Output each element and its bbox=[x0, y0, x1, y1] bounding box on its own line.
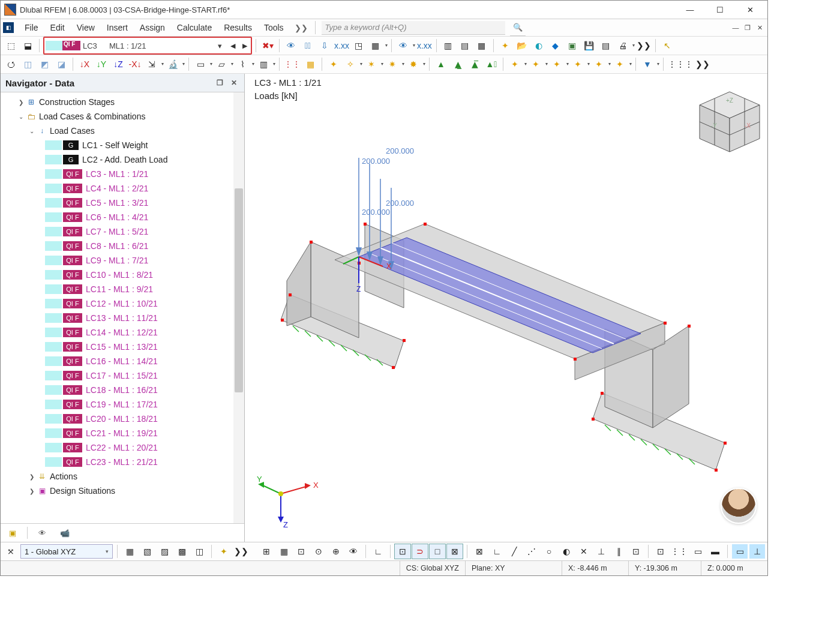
loadcase-row[interactable]: QI FLC16 - ML1 : 14/21 bbox=[1, 354, 233, 368]
snap-btn[interactable]: 👁 bbox=[346, 544, 361, 559]
snap-btn[interactable]: ⊕ bbox=[328, 544, 344, 559]
delete-button[interactable]: ✖▾ bbox=[260, 38, 275, 53]
snap-btn[interactable]: ∟ bbox=[370, 544, 386, 559]
support-btn[interactable]: ▲ bbox=[433, 57, 449, 71]
snap-btn[interactable]: ⊡ bbox=[653, 544, 668, 559]
box-btn[interactable]: ◫ bbox=[20, 57, 35, 71]
navigator-scrollbar[interactable] bbox=[233, 92, 244, 523]
loadcase-row[interactable]: GLC2 - Add. Death Load bbox=[1, 152, 233, 167]
snap-btn[interactable]: ⊡ bbox=[293, 544, 309, 559]
snap-btn[interactable]: ▭ bbox=[732, 544, 748, 559]
loadcase-row[interactable]: QI FLC8 - ML1 : 6/21 bbox=[1, 239, 233, 253]
mdi-restore-icon[interactable]: ❐ bbox=[742, 22, 753, 33]
navigator-tree[interactable]: ❯ ⊞ Construction Stages ⌄ 🗀 Load Cases &… bbox=[1, 92, 233, 523]
mdi-minimize-icon[interactable]: — bbox=[730, 22, 741, 33]
viewport-3d[interactable]: LC3 - ML1 : 1/21 Loads [kN] +Z -Y -X bbox=[245, 74, 767, 542]
view-btn[interactable]: x.xx bbox=[334, 38, 350, 53]
tool-btn[interactable]: ▦ bbox=[474, 38, 490, 53]
view-btn[interactable]: ▦ bbox=[368, 38, 388, 53]
loadcase-row[interactable]: QI FLC14 - ML1 : 12/21 bbox=[1, 325, 233, 340]
search-icon[interactable]: 🔍 bbox=[510, 20, 526, 36]
misc-btn[interactable]: ✦ bbox=[570, 57, 590, 71]
mdi-close-icon[interactable]: ✕ bbox=[754, 22, 765, 33]
load-btn[interactable]: ✷ bbox=[385, 57, 404, 71]
bb-btn[interactable]: ✦ bbox=[216, 544, 232, 559]
snap-btn[interactable]: ∥ bbox=[611, 544, 626, 559]
loadcase-row[interactable]: QI FLC21 - ML1 : 19/21 bbox=[1, 426, 233, 440]
loadcase-row[interactable]: QI FLC10 - ML1 : 8/21 bbox=[1, 268, 233, 282]
snap-btn[interactable]: ⊠ bbox=[447, 544, 463, 559]
snap-btn[interactable]: ⋮⋮ bbox=[670, 544, 688, 559]
nav-tab-data[interactable]: ▣ bbox=[4, 526, 21, 539]
menu-edit[interactable]: Edit bbox=[44, 21, 71, 34]
bb-btn[interactable]: ▦ bbox=[122, 544, 137, 559]
loadcase-selector[interactable]: QI F LC3 ML1 : 1/21 ▾ ◀ ▶ bbox=[43, 37, 252, 55]
load-btn[interactable]: ✦ bbox=[326, 57, 341, 71]
support-btn[interactable]: ▲̅ bbox=[467, 57, 482, 71]
misc-btn[interactable]: ✦ bbox=[591, 57, 611, 71]
view-btn[interactable]: 👁 bbox=[283, 38, 299, 53]
misc-btn[interactable]: ✦ bbox=[612, 57, 632, 71]
snap-btn[interactable]: ⋰ bbox=[524, 544, 539, 559]
box-btn[interactable]: ◩ bbox=[37, 57, 52, 71]
snap-btn[interactable]: ╱ bbox=[506, 544, 522, 559]
snap-btn[interactable]: ▭ bbox=[690, 544, 706, 559]
snap-btn[interactable]: ○ bbox=[541, 544, 557, 559]
box-btn[interactable]: ◪ bbox=[53, 57, 69, 71]
view-btn[interactable]: ◳ bbox=[351, 38, 367, 53]
chevron-down-icon[interactable]: ▾ bbox=[214, 41, 226, 50]
minimize-button[interactable]: — bbox=[676, 1, 704, 19]
load-btn[interactable]: ✶ bbox=[364, 57, 383, 71]
table-btn[interactable]: ▤ bbox=[598, 38, 614, 53]
bb-more[interactable]: ❯❯ bbox=[233, 544, 249, 559]
loadcase-row[interactable]: QI FLC17 - ML1 : 15/21 bbox=[1, 368, 233, 383]
more-btn[interactable]: ❯❯ bbox=[636, 38, 652, 53]
nav-tab-display[interactable]: 👁 bbox=[34, 526, 50, 539]
app-menu-icon[interactable]: ◧ bbox=[3, 22, 14, 33]
loadcase-row[interactable]: QI FLC11 - ML1 : 9/21 bbox=[1, 282, 233, 296]
tree-node-load-cases-comb[interactable]: ⌄ 🗀 Load Cases & Combinations bbox=[1, 109, 233, 124]
loadcase-row[interactable]: QI FLC9 - ML1 : 7/21 bbox=[1, 253, 233, 268]
snap-btn[interactable]: ▦ bbox=[276, 544, 292, 559]
loadcase-row[interactable]: QI FLC15 - ML1 : 13/21 bbox=[1, 340, 233, 354]
snap-btn[interactable]: ⊙ bbox=[311, 544, 326, 559]
tree-node-construction-stages[interactable]: ❯ ⊞ Construction Stages bbox=[1, 95, 233, 109]
bb-btn[interactable]: ▨ bbox=[157, 544, 172, 559]
snap-btn[interactable]: ⊥ bbox=[749, 544, 765, 559]
grid-btn[interactable]: ⋮⋮⋮ bbox=[667, 57, 694, 71]
axis-y-btn[interactable]: ↓Y bbox=[94, 57, 109, 71]
view-btn[interactable]: 👁 bbox=[395, 38, 415, 53]
load-btn[interactable]: ✧ bbox=[343, 57, 362, 71]
zoom-btn[interactable]: 🔬 bbox=[165, 57, 185, 71]
new-btn[interactable]: ✦ bbox=[497, 38, 513, 53]
misc-btn[interactable]: ✦ bbox=[528, 57, 548, 71]
more-btn[interactable]: ❯❯ bbox=[695, 57, 710, 71]
mesh-btn[interactable]: ▦ bbox=[302, 57, 318, 71]
snap-btn[interactable]: ⊥ bbox=[593, 544, 609, 559]
bb-btn[interactable]: ▩ bbox=[174, 544, 190, 559]
view-btn[interactable]: 👁̄ bbox=[300, 38, 316, 53]
prev-loadcase-button[interactable]: ◀ bbox=[228, 42, 238, 50]
loadcase-row[interactable]: QI FLC5 - ML1 : 3/21 bbox=[1, 196, 233, 210]
snap-btn[interactable]: ⊡ bbox=[628, 544, 644, 559]
close-icon[interactable]: ✕ bbox=[229, 79, 239, 87]
tree-node-actions[interactable]: ❯ ⇊ Actions bbox=[1, 469, 233, 484]
misc-btn[interactable]: ✦ bbox=[507, 57, 527, 71]
loadcase-row[interactable]: QI FLC22 - ML1 : 20/21 bbox=[1, 440, 233, 455]
misc-btn[interactable]: ✦ bbox=[549, 57, 569, 71]
tool-btn[interactable]: ▥ bbox=[440, 38, 456, 53]
cloud-btn[interactable]: ◐ bbox=[531, 38, 547, 53]
tree-node-design-situations[interactable]: ❯ ▣ Design Situations bbox=[1, 484, 233, 498]
view-btn[interactable]: x.xx bbox=[416, 38, 433, 53]
app-btn[interactable]: ◆ bbox=[548, 38, 563, 53]
snap-btn[interactable]: ⊃ bbox=[412, 544, 428, 559]
open-btn[interactable]: 📂 bbox=[514, 38, 530, 53]
render-btn[interactable]: ⌇ bbox=[235, 57, 254, 71]
snap-btn[interactable]: ▬ bbox=[707, 544, 723, 559]
bb-btn[interactable]: ▧ bbox=[139, 544, 155, 559]
menu-tools[interactable]: Tools bbox=[258, 21, 290, 34]
menu-assign[interactable]: Assign bbox=[134, 21, 171, 34]
coord-system-select[interactable]: 1 - Global XYZ bbox=[20, 544, 113, 559]
tool-btn[interactable]: ⬚ bbox=[3, 38, 19, 53]
maximize-button[interactable]: ☐ bbox=[706, 1, 734, 19]
